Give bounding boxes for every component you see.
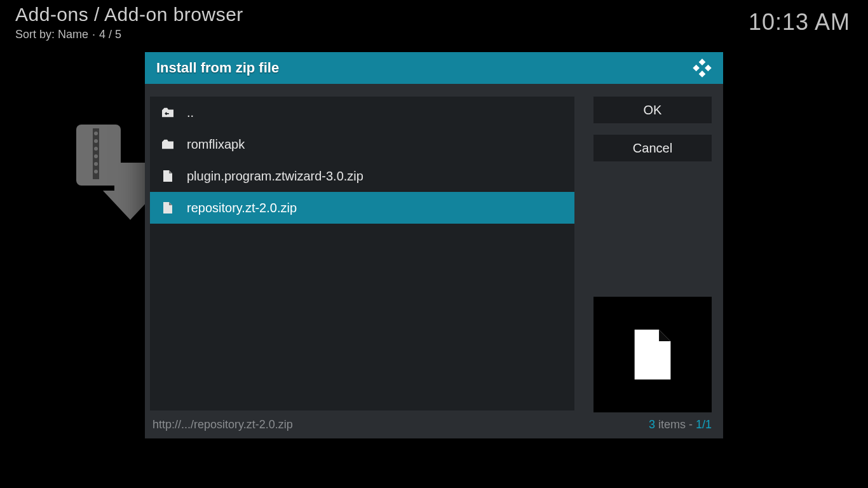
list-item-label: romflixapk xyxy=(187,137,245,152)
svg-point-7 xyxy=(94,170,98,173)
breadcrumb: Add-ons / Add-on browser xyxy=(15,4,243,25)
cancel-button[interactable]: Cancel xyxy=(593,135,712,161)
list-position: 4 / 5 xyxy=(99,28,121,41)
sort-label: Sort by: Name xyxy=(15,28,88,41)
ok-button[interactable]: OK xyxy=(593,97,712,123)
item-count: 3 items - 1/1 xyxy=(649,418,712,431)
clock: 10:13 AM xyxy=(749,9,850,36)
file-icon xyxy=(160,201,175,214)
list-item-label: repository.zt-2.0.zip xyxy=(187,201,297,215)
svg-rect-10 xyxy=(705,65,712,72)
svg-point-3 xyxy=(94,139,98,143)
dialog-title: Install from zip file xyxy=(156,60,279,76)
list-item[interactable]: repository.zt-2.0.zip xyxy=(150,192,574,224)
svg-rect-8 xyxy=(699,58,706,65)
list-item[interactable]: plugin.program.ztwizard-3.0.zip xyxy=(150,160,574,192)
list-item[interactable]: romflixapk xyxy=(150,128,574,160)
list-item-label: plugin.program.ztwizard-3.0.zip xyxy=(187,169,363,184)
install-zip-dialog: Install from zip file ..romflixapkplugin… xyxy=(145,52,723,438)
item-count-number: 3 xyxy=(649,418,655,431)
dialog-titlebar: Install from zip file xyxy=(145,52,723,84)
svg-point-2 xyxy=(94,132,98,135)
list-item-label: .. xyxy=(187,105,194,120)
file-list[interactable]: ..romflixapkplugin.program.ztwizard-3.0.… xyxy=(150,97,574,410)
list-item[interactable]: .. xyxy=(150,97,574,128)
folder-up-icon xyxy=(160,107,175,118)
file-icon xyxy=(160,170,175,182)
svg-rect-9 xyxy=(693,65,700,72)
current-path: http://.../repository.zt-2.0.zip xyxy=(153,418,293,431)
kodi-logo-icon xyxy=(693,58,712,78)
page-position: 1/1 xyxy=(696,418,712,431)
svg-point-4 xyxy=(94,147,98,151)
folder-icon xyxy=(160,139,175,150)
file-preview xyxy=(593,297,712,412)
sort-line: Sort by: Name·4 / 5 xyxy=(15,28,121,41)
svg-point-6 xyxy=(94,162,98,166)
item-count-text: items - xyxy=(655,418,696,431)
svg-point-5 xyxy=(94,154,98,158)
svg-rect-11 xyxy=(699,71,706,78)
